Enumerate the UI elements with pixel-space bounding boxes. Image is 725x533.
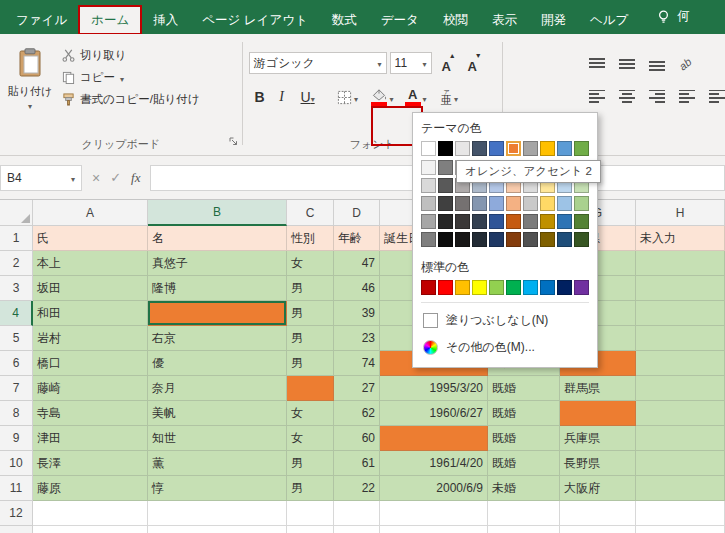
no-fill-menu-item[interactable]: 塗りつぶしなし(N)	[421, 307, 589, 334]
cell-C6[interactable]: 男	[287, 351, 334, 376]
cell-H7[interactable]	[636, 376, 725, 401]
theme-variant-swatch-r4c7[interactable]	[540, 232, 555, 247]
cell-D7[interactable]: 27	[334, 376, 380, 401]
cell-B1[interactable]: 名	[148, 226, 287, 251]
cell-B5[interactable]: 右京	[148, 326, 287, 351]
cell-E11[interactable]: 2000/6/9	[380, 476, 488, 501]
cell-D4[interactable]: 39	[334, 301, 380, 326]
cell-A5[interactable]: 岩村	[33, 326, 148, 351]
cell-H9[interactable]	[636, 426, 725, 451]
cell-C8[interactable]: 女	[287, 401, 334, 426]
theme-variant-swatch-r4c6[interactable]	[523, 232, 538, 247]
cell-H6[interactable]	[636, 351, 725, 376]
clipboard-dialog-launcher[interactable]	[229, 132, 238, 150]
theme-color-swatch-2[interactable]	[455, 141, 470, 156]
cell-F8[interactable]: 既婚	[488, 401, 560, 426]
theme-color-swatch-4[interactable]	[489, 141, 504, 156]
format-painter-button[interactable]: 書式のコピー/貼り付け	[62, 90, 200, 109]
cell-A4[interactable]: 和田	[33, 301, 148, 326]
theme-variant-swatch-r3c3[interactable]	[472, 214, 487, 229]
confirm-entry-icon[interactable]	[110, 170, 121, 185]
theme-color-swatch-3[interactable]	[472, 141, 487, 156]
cell-F10[interactable]: 既婚	[488, 451, 560, 476]
ribbon-tab-review[interactable]: 校閲	[431, 6, 480, 34]
ribbon-tab-file[interactable]: ファイル	[4, 6, 79, 34]
orientation-icon[interactable]: ab	[677, 55, 694, 72]
cell-D13[interactable]	[334, 526, 380, 533]
font-color-button[interactable]: A	[399, 84, 433, 110]
theme-variant-swatch-r3c7[interactable]	[540, 214, 555, 229]
cell-C5[interactable]: 男	[287, 326, 334, 351]
cell-A8[interactable]: 寺島	[33, 401, 148, 426]
standard-color-swatch-2[interactable]	[455, 280, 470, 295]
row-header-12[interactable]: 12	[0, 501, 33, 526]
align-center-icon[interactable]	[619, 90, 635, 103]
cell-G13[interactable]	[560, 526, 636, 533]
column-header-B[interactable]: B	[148, 200, 287, 226]
theme-color-swatch-8[interactable]	[557, 141, 572, 156]
ribbon-tab-home[interactable]: ホーム	[79, 6, 141, 34]
cell-H10[interactable]	[636, 451, 725, 476]
cell-B12[interactable]	[148, 501, 287, 526]
cell-A6[interactable]: 橋口	[33, 351, 148, 376]
cell-D6[interactable]: 74	[334, 351, 380, 376]
font-name-combo[interactable]: 游ゴシック	[249, 52, 387, 74]
cut-button[interactable]: 切り取り	[62, 46, 200, 65]
theme-variant-swatch-r4c9[interactable]	[574, 232, 589, 247]
cell-B9[interactable]: 知世	[148, 426, 287, 451]
ribbon-tab-insert[interactable]: 挿入	[141, 6, 190, 34]
cell-E13[interactable]	[380, 526, 488, 533]
cell-C2[interactable]: 女	[287, 251, 334, 276]
cell-C9[interactable]: 女	[287, 426, 334, 451]
cell-B11[interactable]: 惇	[148, 476, 287, 501]
cell-B13[interactable]	[148, 526, 287, 533]
ribbon-tab-data[interactable]: データ	[369, 6, 431, 34]
underline-button[interactable]: U	[293, 84, 323, 110]
column-header-H[interactable]: H	[636, 200, 725, 226]
cell-F9[interactable]: 既婚	[488, 426, 560, 451]
row-header-3[interactable]: 3	[0, 276, 33, 301]
cell-A3[interactable]: 坂田	[33, 276, 148, 301]
theme-variant-swatch-r3c0[interactable]	[421, 214, 436, 229]
cell-D9[interactable]: 60	[334, 426, 380, 451]
cell-C4[interactable]: 男	[287, 301, 334, 326]
cell-A13[interactable]	[33, 526, 148, 533]
name-box[interactable]: B4	[0, 165, 82, 191]
more-colors-menu-item[interactable]: その他の色(M)...	[421, 334, 589, 361]
row-header-7[interactable]: 7	[0, 376, 33, 401]
cell-C13[interactable]	[287, 526, 334, 533]
cell-C10[interactable]: 男	[287, 451, 334, 476]
theme-variant-swatch-r3c9[interactable]	[574, 214, 589, 229]
cell-H1[interactable]: 未入力	[636, 226, 725, 251]
cell-B6[interactable]: 優	[148, 351, 287, 376]
cell-A2[interactable]: 本上	[33, 251, 148, 276]
cell-A12[interactable]	[33, 501, 148, 526]
theme-variant-swatch-r3c5[interactable]	[506, 214, 521, 229]
row-header-13[interactable]: 13	[0, 526, 33, 533]
standard-color-swatch-6[interactable]	[523, 280, 538, 295]
cell-C7[interactable]	[287, 376, 334, 401]
cell-D10[interactable]: 61	[334, 451, 380, 476]
cell-B2[interactable]: 真悠子	[148, 251, 287, 276]
cell-H2[interactable]	[636, 251, 725, 276]
theme-variant-swatch-r1c1[interactable]	[438, 178, 453, 193]
row-header-4[interactable]: 4	[0, 301, 33, 326]
theme-variant-swatch-r4c5[interactable]	[506, 232, 521, 247]
standard-color-swatch-7[interactable]	[540, 280, 555, 295]
cell-A10[interactable]: 長澤	[33, 451, 148, 476]
align-bottom-icon[interactable]	[649, 58, 665, 71]
theme-color-swatch-orange-accent-2[interactable]	[506, 141, 521, 156]
cell-E10[interactable]: 1961/4/20	[380, 451, 488, 476]
column-header-D[interactable]: D	[334, 200, 380, 226]
select-all-corner[interactable]	[0, 200, 33, 226]
cell-E8[interactable]: 1960/6/27	[380, 401, 488, 426]
theme-variant-swatch-r4c8[interactable]	[557, 232, 572, 247]
row-header-2[interactable]: 2	[0, 251, 33, 276]
cell-D12[interactable]	[334, 501, 380, 526]
cell-E9[interactable]	[380, 426, 488, 451]
cell-B4[interactable]	[148, 301, 287, 326]
theme-variant-swatch-r4c3[interactable]	[472, 232, 487, 247]
theme-variant-swatch-r2c4[interactable]	[489, 196, 504, 211]
align-middle-icon[interactable]	[619, 58, 635, 71]
standard-color-swatch-8[interactable]	[557, 280, 572, 295]
